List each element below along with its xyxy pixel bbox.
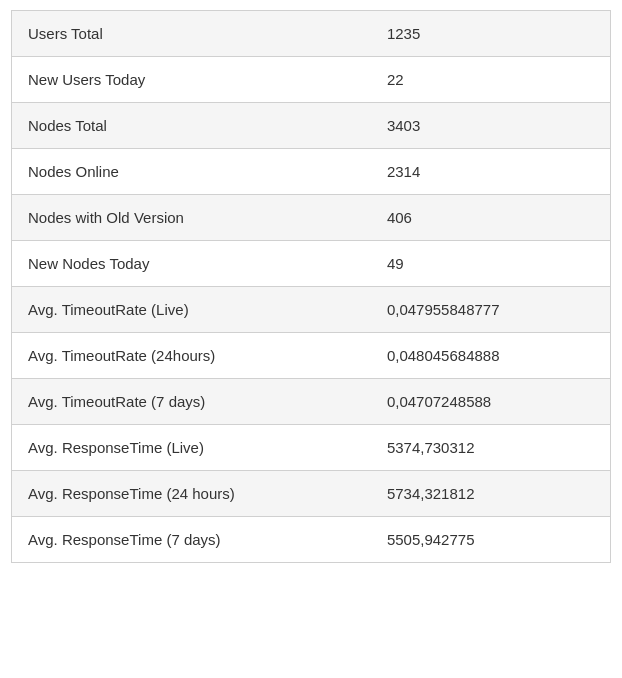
row-label: New Users Today bbox=[12, 57, 371, 103]
row-label: Nodes Total bbox=[12, 103, 371, 149]
row-label: Avg. ResponseTime (7 days) bbox=[12, 517, 371, 563]
row-label: Avg. ResponseTime (Live) bbox=[12, 425, 371, 471]
table-row: Avg. TimeoutRate (24hours)0,048045684888 bbox=[12, 333, 611, 379]
row-value: 22 bbox=[371, 57, 611, 103]
row-value: 0,048045684888 bbox=[371, 333, 611, 379]
row-value: 2314 bbox=[371, 149, 611, 195]
row-value: 0,047955848777 bbox=[371, 287, 611, 333]
row-label: Nodes with Old Version bbox=[12, 195, 371, 241]
row-label: Avg. TimeoutRate (Live) bbox=[12, 287, 371, 333]
row-value: 5505,942775 bbox=[371, 517, 611, 563]
table-row: New Nodes Today49 bbox=[12, 241, 611, 287]
row-value: 5734,321812 bbox=[371, 471, 611, 517]
row-label: New Nodes Today bbox=[12, 241, 371, 287]
table-row: Avg. TimeoutRate (7 days)0,04707248588 bbox=[12, 379, 611, 425]
table-row: Avg. ResponseTime (24 hours)5734,321812 bbox=[12, 471, 611, 517]
row-value: 5374,730312 bbox=[371, 425, 611, 471]
table-row: Avg. ResponseTime (Live)5374,730312 bbox=[12, 425, 611, 471]
table-row: Avg. TimeoutRate (Live)0,047955848777 bbox=[12, 287, 611, 333]
row-label: Nodes Online bbox=[12, 149, 371, 195]
table-row: Nodes with Old Version406 bbox=[12, 195, 611, 241]
row-value: 49 bbox=[371, 241, 611, 287]
row-label: Avg. TimeoutRate (7 days) bbox=[12, 379, 371, 425]
stats-table: Users Total1235New Users Today22Nodes To… bbox=[11, 10, 611, 563]
table-row: Users Total1235 bbox=[12, 11, 611, 57]
row-value: 406 bbox=[371, 195, 611, 241]
row-label: Users Total bbox=[12, 11, 371, 57]
row-label: Avg. TimeoutRate (24hours) bbox=[12, 333, 371, 379]
row-value: 3403 bbox=[371, 103, 611, 149]
row-value: 0,04707248588 bbox=[371, 379, 611, 425]
row-label: Avg. ResponseTime (24 hours) bbox=[12, 471, 371, 517]
table-row: New Users Today22 bbox=[12, 57, 611, 103]
table-row: Nodes Total3403 bbox=[12, 103, 611, 149]
table-row: Avg. ResponseTime (7 days)5505,942775 bbox=[12, 517, 611, 563]
row-value: 1235 bbox=[371, 11, 611, 57]
table-row: Nodes Online2314 bbox=[12, 149, 611, 195]
